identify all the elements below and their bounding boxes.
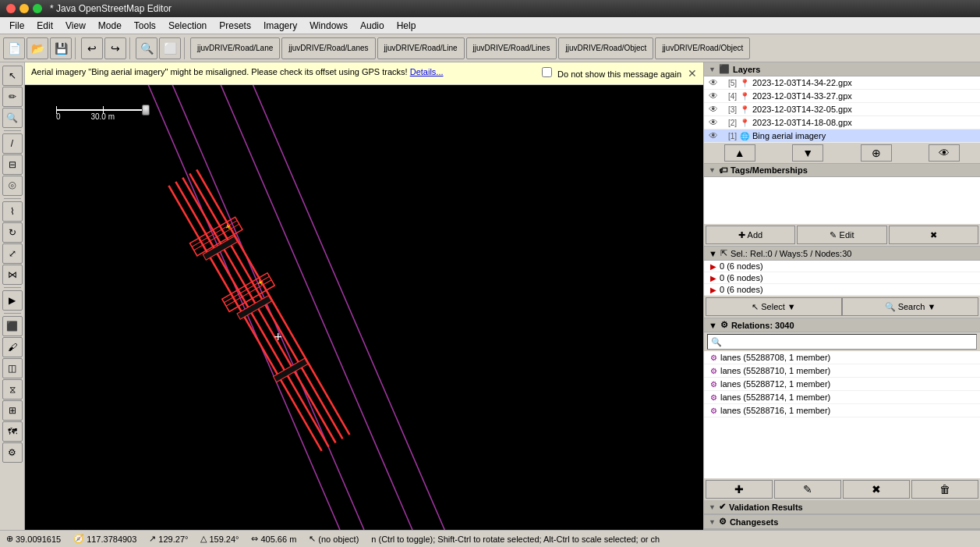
tab-road-object2[interactable]: jjuvDRIVE/Road/Object xyxy=(655,37,750,59)
tab-road-lane[interactable]: jjuvDRIVE/Road/Lane xyxy=(190,37,280,59)
sel-item-1: 0 (6 nodes) xyxy=(720,261,763,271)
right-panel: ▼ ⬛ Layers 👁 [5] 📍 2023-12-03T14-34-22.g… xyxy=(703,62,980,530)
layer-up-button[interactable]: ▲ xyxy=(724,144,755,162)
redo-button[interactable]: ↪ xyxy=(104,37,126,59)
alert-details-link[interactable]: Details... xyxy=(410,67,444,76)
maximize-button[interactable] xyxy=(33,4,42,13)
node-tool[interactable]: ⦾ xyxy=(2,176,23,196)
layer-4-visibility[interactable]: 👁 xyxy=(707,91,720,101)
status-lat: ⊕ 39.0091615 xyxy=(6,534,61,544)
scale-tool[interactable]: ⤢ xyxy=(2,243,23,264)
alert-checkbox-label[interactable]: Do not show this message again xyxy=(557,69,681,79)
tab-road-lanes[interactable]: jjuvDRIVE/Road/Lanes xyxy=(281,37,375,59)
settings-tool[interactable]: ⚙ xyxy=(2,442,23,463)
layer-1-visibility[interactable]: 👁 xyxy=(707,130,720,141)
menu-audio[interactable]: Audio xyxy=(354,19,391,33)
tags-actions: ✚ Add ✎ Edit ✖ xyxy=(704,224,980,246)
tags-edit-button[interactable]: ✎ Edit xyxy=(797,226,886,244)
layers-header[interactable]: ▼ ⬛ Layers xyxy=(704,62,980,76)
layer-row-3[interactable]: 👁 [3] 📍 2023-12-03T14-32-05.gpx xyxy=(704,103,980,116)
expand-icon[interactable]: ▶ xyxy=(2,290,23,311)
layer-eye-button[interactable]: 👁 xyxy=(929,144,960,162)
rel-add-button[interactable]: ✚ xyxy=(706,480,773,499)
map-area[interactable]: Aerial imagery "Bing aerial imagery" mig… xyxy=(25,62,703,530)
zoom-button[interactable]: 🔍 xyxy=(136,37,157,59)
relation-row-4[interactable]: ⚙ lanes (55288714, 1 member) xyxy=(704,391,980,404)
tab-road-lines[interactable]: jjuvDRIVE/Road/Lines xyxy=(466,37,557,59)
layer-down-button[interactable]: ▼ xyxy=(792,144,823,162)
connect-tool[interactable]: ⋈ xyxy=(2,265,23,285)
sel-row-1[interactable]: ▶ 0 (6 nodes) xyxy=(704,261,980,272)
layer-row-2[interactable]: 👁 [2] 📍 2023-12-03T14-18-08.gpx xyxy=(704,116,980,130)
layer-row-4[interactable]: 👁 [4] 📍 2023-12-03T14-33-27.gpx xyxy=(704,90,980,103)
relation-row-1[interactable]: ⚙ lanes (55288708, 1 member) xyxy=(704,351,980,364)
changesets-header[interactable]: ▼ ⚙ Changesets xyxy=(704,515,980,529)
tab-road-object1[interactable]: jjuvDRIVE/Road/Object xyxy=(558,37,653,59)
layer-row-5[interactable]: 👁 [5] 📍 2023-12-03T14-34-22.gpx xyxy=(704,76,980,90)
draw-tool[interactable]: ✏ xyxy=(2,87,23,107)
select-area-button[interactable]: ⬜ xyxy=(159,37,181,59)
menu-mode[interactable]: Mode xyxy=(92,19,128,33)
search-button[interactable]: 🔍 Search ▼ xyxy=(842,297,978,316)
line-tool[interactable]: / xyxy=(2,133,23,154)
relations-search-input[interactable] xyxy=(707,334,977,350)
changesets-section: ▼ ⚙ Changesets xyxy=(704,515,980,530)
tags-add-button[interactable]: ✚ Add xyxy=(706,226,795,244)
zoom-in-tool[interactable]: 🔍 xyxy=(2,108,23,128)
menu-help[interactable]: Help xyxy=(391,19,423,33)
relation-row-2[interactable]: ⚙ lanes (55288710, 1 member) xyxy=(704,364,980,378)
map-tool[interactable]: 🗺 xyxy=(2,421,23,442)
rel-edit-button[interactable]: ✎ xyxy=(774,480,841,499)
tags-delete-button[interactable]: ✖ xyxy=(889,226,978,244)
menu-imagery[interactable]: Imagery xyxy=(257,19,303,33)
validation-collapse-icon: ▼ xyxy=(709,503,716,511)
align-tool[interactable]: ⌇ xyxy=(2,201,23,222)
history-tool[interactable]: ⧖ xyxy=(2,379,23,400)
menu-presets[interactable]: Presets xyxy=(213,19,257,33)
rel-delete-button[interactable]: 🗑 xyxy=(911,480,978,499)
relations-header[interactable]: ▼ ⚙ Relations: 3040 xyxy=(704,318,980,332)
layers-tool[interactable]: ⬛ xyxy=(2,316,23,336)
menu-view[interactable]: View xyxy=(59,19,92,33)
parallel-tool[interactable]: ⊟ xyxy=(2,155,23,175)
rel-item-2: lanes (55288710, 1 member) xyxy=(720,366,830,375)
paint-tool[interactable]: 🖌 xyxy=(2,337,23,357)
relation-row-3[interactable]: ⚙ lanes (55288712, 1 member) xyxy=(704,378,980,391)
undo-button[interactable]: ↩ xyxy=(81,37,103,59)
layer-row-1[interactable]: 👁 [1] 🌐 Bing aerial imagery xyxy=(704,130,980,143)
rotate-tool[interactable]: ↻ xyxy=(2,222,23,243)
main-layout: ↖ ✏ 🔍 / ⊟ ⦾ ⌇ ↻ ⤢ ⋈ ▶ ⬛ 🖌 ◫ ⧖ ⊞ 🗺 ⚙ Aeri… xyxy=(0,62,980,530)
menu-file[interactable]: File xyxy=(3,19,30,33)
save-button[interactable]: 💾 xyxy=(50,37,72,59)
layer-2-visibility[interactable]: 👁 xyxy=(707,117,720,128)
menu-selection[interactable]: Selection xyxy=(162,19,213,33)
new-button[interactable]: 📄 xyxy=(3,37,25,59)
layer-3-visibility[interactable]: 👁 xyxy=(707,104,720,115)
layer-merge-button[interactable]: ⊕ xyxy=(861,144,892,162)
window-controls[interactable] xyxy=(6,4,42,13)
sel-row-2[interactable]: ▶ 0 (6 nodes) xyxy=(704,272,980,284)
eraser-tool[interactable]: ◫ xyxy=(2,358,23,378)
menu-tools[interactable]: Tools xyxy=(128,19,162,33)
tags-header[interactable]: ▼ 🏷 Tags/Memberships xyxy=(704,164,980,177)
tags-collapse-icon: ▼ xyxy=(709,166,716,174)
close-button[interactable] xyxy=(6,4,16,13)
tab-road-line[interactable]: jjuvDRIVE/Road/Line xyxy=(377,37,465,59)
validation-header[interactable]: ▼ ✔ Validation Results xyxy=(704,500,980,514)
alert-close-button[interactable]: ✕ xyxy=(688,67,697,80)
rel-remove-button[interactable]: ✖ xyxy=(843,480,910,499)
sel-row-3[interactable]: ▶ 0 (6 nodes) xyxy=(704,284,980,296)
alert-checkbox[interactable] xyxy=(542,67,552,77)
status-hint: n (Ctrl to toggle); Shift-Ctrl to rotate… xyxy=(371,535,974,544)
relation-row-5[interactable]: ⚙ lanes (55288716, 1 member) xyxy=(704,404,980,417)
selection-header[interactable]: ▼ ⇱ Sel.: Rel.:0 / Ways:5 / Nodes:30 xyxy=(704,247,980,261)
open-button[interactable]: 📂 xyxy=(27,37,48,59)
select-tool[interactable]: ↖ xyxy=(2,66,23,86)
menu-edit[interactable]: Edit xyxy=(30,19,59,33)
grid-tool[interactable]: ⊞ xyxy=(2,400,23,421)
minimize-button[interactable] xyxy=(19,4,29,13)
select-button[interactable]: ↖ Select ▼ xyxy=(706,297,842,316)
layer-5-visibility[interactable]: 👁 xyxy=(707,77,720,88)
menu-windows[interactable]: Windows xyxy=(303,19,354,33)
changesets-icon: ⚙ xyxy=(719,517,727,527)
